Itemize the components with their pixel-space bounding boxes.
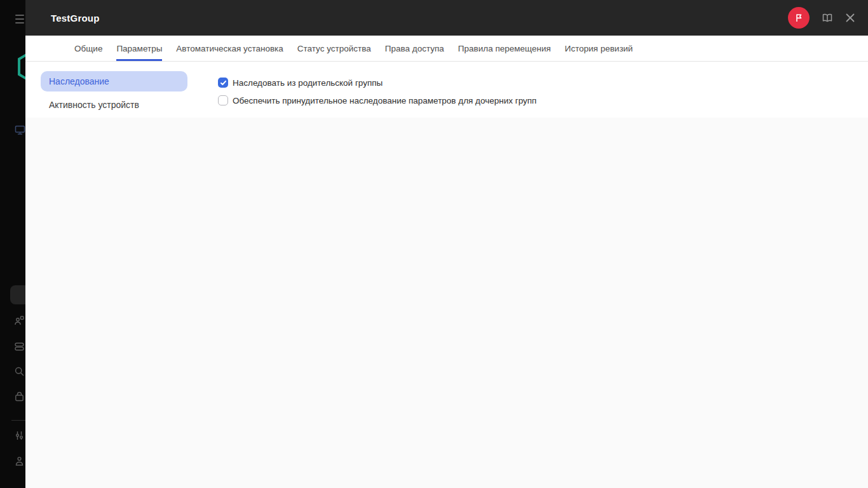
settings-section: Наследование Активность устройств Наслед… — [25, 62, 868, 118]
empty-content-area — [25, 118, 868, 488]
checkbox-inherit-from-parent[interactable] — [218, 78, 228, 88]
sidebar-active-item-highlight — [10, 285, 25, 304]
subnav-item-aktivnost-ustroystv[interactable]: Активность устройств — [49, 100, 203, 110]
tab-parametry[interactable]: Параметры — [116, 36, 162, 61]
account-icon[interactable] — [14, 456, 25, 466]
tab-bar: Общие Параметры Автоматическая установка… — [25, 36, 868, 62]
checkbox-row-inherit-from-parent[interactable]: Наследовать из родительской группы — [218, 78, 536, 88]
app-sidebar — [0, 0, 25, 488]
sliders-icon[interactable] — [14, 430, 25, 441]
tab-prava-dostupa[interactable]: Права доступа — [385, 36, 444, 61]
checkbox-row-force-inheritance[interactable]: Обеспечить принудительное наследование п… — [218, 95, 536, 105]
server-icon[interactable] — [14, 341, 25, 352]
users-icon[interactable] — [14, 315, 25, 326]
monitor-icon[interactable] — [15, 125, 25, 138]
search-icon[interactable] — [14, 366, 25, 377]
subnav-item-nasledovanie[interactable]: Наследование — [41, 71, 187, 92]
tab-obshchie[interactable]: Общие — [74, 36, 102, 61]
group-properties-panel: TestGroup Общие Параметр — [25, 0, 868, 488]
settings-subnav: Наследование Активность устройств — [25, 62, 203, 118]
tab-istoriya-reviziy[interactable]: История ревизий — [565, 36, 633, 61]
panel-title: TestGroup — [51, 13, 100, 24]
sidebar-divider — [11, 420, 25, 421]
hamburger-menu-icon[interactable] — [15, 15, 24, 26]
inheritance-settings: Наследовать из родительской группы Обесп… — [203, 62, 536, 118]
checkbox-label: Наследовать из родительской группы — [233, 78, 383, 88]
bag-icon[interactable] — [14, 391, 25, 402]
book-icon[interactable] — [821, 11, 834, 24]
close-icon[interactable] — [845, 13, 855, 23]
hexagon-logo-icon — [18, 52, 25, 84]
flag-badge-icon[interactable] — [788, 7, 810, 29]
checkbox-force-inheritance[interactable] — [218, 95, 228, 105]
checkbox-label: Обеспечить принудительное наследование п… — [233, 96, 536, 105]
tab-status-ustroystva[interactable]: Статус устройства — [297, 36, 371, 61]
tab-pravila-peremeshcheniya[interactable]: Правила перемещения — [458, 36, 551, 61]
tab-avtomaticheskaya-ustanovka[interactable]: Автоматическая установка — [176, 36, 283, 61]
panel-header: TestGroup — [25, 0, 868, 36]
